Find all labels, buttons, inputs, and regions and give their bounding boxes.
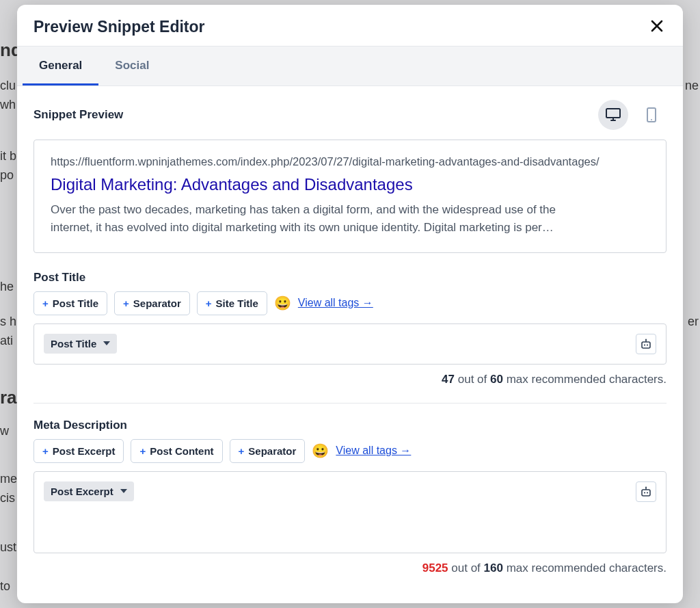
- bg-text: wh: [0, 98, 16, 112]
- robot-icon: [640, 486, 652, 497]
- bg-text: ra: [0, 387, 17, 408]
- device-toggle: [598, 100, 667, 130]
- bg-text: clu: [0, 79, 16, 93]
- emoji-picker-button[interactable]: 😀: [312, 442, 329, 459]
- close-icon: [650, 19, 664, 33]
- svg-rect-3: [642, 342, 650, 348]
- svg-point-2: [651, 119, 652, 120]
- preview-url: https://fluentform.wpninjathemes.com/ind…: [51, 155, 649, 168]
- counter-text: out of: [451, 561, 481, 574]
- preview-title: Digital Marketing: Advantages and Disadv…: [51, 175, 649, 194]
- post-title-chip[interactable]: Post Title: [44, 334, 117, 354]
- post-title-counter: 47 out of 60 max recommended characters.: [33, 373, 667, 386]
- bg-text: po: [0, 168, 14, 183]
- chip-label: Post Title: [51, 338, 96, 349]
- plus-icon: +: [139, 445, 146, 457]
- post-title-input[interactable]: Post Title: [33, 323, 667, 365]
- tab-general[interactable]: General: [23, 47, 98, 85]
- snippet-editor-modal: Preview Snippet Editor General Social Sn…: [17, 5, 683, 603]
- bg-text: er: [688, 315, 699, 329]
- tag-label: Post Title: [53, 298, 98, 309]
- view-all-tags-link[interactable]: View all tags →: [336, 445, 411, 457]
- tag-label: Separator: [248, 445, 296, 457]
- count-max: 60: [490, 373, 503, 386]
- modal-title: Preview Snippet Editor: [33, 18, 205, 36]
- plus-icon: +: [239, 445, 245, 457]
- tag-label: Separator: [133, 298, 181, 309]
- preview-description: Over the past two decades, marketing has…: [51, 201, 556, 237]
- bg-text: ati: [0, 334, 13, 348]
- bg-text: me: [0, 472, 17, 486]
- plus-icon: +: [42, 298, 49, 309]
- count-max: 160: [484, 561, 503, 574]
- post-title-tag-row: +Post Title +Separator +Site Title 😀 Vie…: [33, 291, 667, 315]
- bg-text: it b: [0, 149, 16, 163]
- counter-text: max recommended characters.: [507, 373, 667, 386]
- meta-description-input[interactable]: Post Excerpt: [33, 471, 667, 553]
- plus-icon: +: [42, 445, 49, 457]
- emoji-picker-button[interactable]: 😀: [274, 295, 291, 311]
- modal-header: Preview Snippet Editor: [17, 5, 683, 47]
- bg-text: w: [0, 424, 9, 438]
- bg-text: ne: [685, 79, 699, 93]
- bg-text: s h: [0, 315, 16, 329]
- plus-icon: +: [206, 298, 212, 309]
- post-excerpt-chip[interactable]: Post Excerpt: [44, 481, 134, 501]
- svg-point-6: [645, 339, 647, 340]
- tag-label: Post Content: [150, 445, 213, 457]
- close-button[interactable]: [647, 17, 667, 36]
- add-separator-tag-meta[interactable]: +Separator: [230, 439, 306, 463]
- svg-point-10: [645, 486, 647, 488]
- add-post-title-tag[interactable]: +Post Title: [33, 291, 107, 315]
- chip-label: Post Excerpt: [51, 486, 113, 497]
- svg-point-5: [647, 344, 648, 345]
- bg-text: he: [0, 280, 14, 294]
- post-title-label: Post Title: [33, 271, 667, 285]
- svg-point-4: [644, 344, 645, 345]
- divider: [33, 403, 667, 404]
- ai-assist-button[interactable]: [636, 481, 656, 502]
- view-all-tags-link[interactable]: View all tags →: [298, 297, 373, 309]
- bg-text: ust: [0, 540, 16, 555]
- robot-icon: [640, 339, 652, 349]
- meta-desc-tag-row: +Post Excerpt +Post Content +Separator 😀…: [33, 439, 667, 463]
- mobile-view-button[interactable]: [636, 100, 667, 130]
- meta-description-label: Meta Description: [33, 419, 667, 432]
- bg-text: cis: [0, 491, 15, 505]
- desktop-view-button[interactable]: [598, 100, 628, 130]
- count-value: 47: [442, 373, 455, 386]
- modal-body: Snippet Preview https://fluentform.wpnin…: [17, 86, 683, 603]
- add-separator-tag[interactable]: +Separator: [114, 291, 190, 315]
- tabs: General Social: [17, 47, 683, 86]
- snippet-preview-box: https://fluentform.wpninjathemes.com/ind…: [33, 140, 667, 253]
- svg-point-9: [647, 492, 648, 493]
- chevron-down-icon: [103, 341, 110, 345]
- bg-text: to: [0, 579, 10, 594]
- svg-point-8: [644, 492, 645, 493]
- svg-rect-7: [642, 490, 650, 496]
- tag-label: Post Excerpt: [53, 445, 116, 457]
- add-post-content-tag[interactable]: +Post Content: [131, 439, 222, 463]
- add-site-title-tag[interactable]: +Site Title: [197, 291, 267, 315]
- snippet-header-row: Snippet Preview: [33, 100, 667, 130]
- ai-assist-button[interactable]: [636, 334, 656, 354]
- svg-rect-0: [606, 109, 620, 118]
- chevron-down-icon: [120, 489, 127, 493]
- meta-description-counter: 9525 out of 160 max recommended characte…: [33, 561, 667, 575]
- counter-text: out of: [458, 373, 487, 386]
- desktop-icon: [605, 107, 621, 122]
- add-post-excerpt-tag[interactable]: +Post Excerpt: [33, 439, 124, 463]
- plus-icon: +: [123, 298, 129, 309]
- tab-social[interactable]: Social: [98, 47, 165, 85]
- count-value: 9525: [422, 561, 448, 574]
- counter-text: max recommended characters.: [507, 561, 667, 574]
- mobile-icon: [646, 107, 657, 123]
- snippet-preview-label: Snippet Preview: [33, 108, 123, 122]
- tag-label: Site Title: [216, 298, 258, 309]
